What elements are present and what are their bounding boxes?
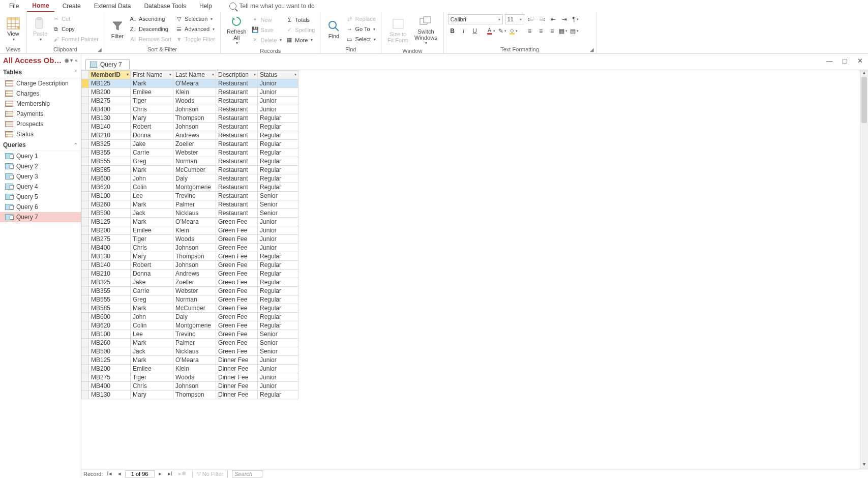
cell[interactable]: Colin <box>131 183 173 192</box>
cell[interactable]: Emilee <box>131 226 173 235</box>
cell[interactable]: Nicklaus <box>173 209 216 218</box>
cell[interactable]: Palmer <box>173 339 216 347</box>
cell[interactable]: Lee <box>131 330 173 339</box>
column-dropdown-icon[interactable]: ▾ <box>169 72 171 77</box>
cell[interactable]: Mark <box>131 166 173 174</box>
textformat-dialog-launcher[interactable]: ◢ <box>590 47 594 52</box>
save-button[interactable]: 💾Save <box>252 25 282 35</box>
cell[interactable]: Junior <box>258 244 298 252</box>
cell[interactable]: Tiger <box>131 373 173 382</box>
cell[interactable]: Regular <box>258 114 298 123</box>
cell[interactable]: Zoeller <box>173 278 216 287</box>
cell[interactable]: MB400 <box>89 244 131 252</box>
cell[interactable]: Regular <box>258 261 298 270</box>
cell[interactable]: Montgomerie <box>173 183 216 192</box>
cell[interactable]: Restaurant <box>216 131 258 140</box>
cell[interactable]: MB100 <box>89 330 131 339</box>
cell[interactable]: Zoeller <box>173 140 216 148</box>
cell[interactable]: Green Fee <box>216 235 258 244</box>
cell[interactable]: Junior <box>258 105 298 114</box>
nav-next-button[interactable]: ▸ <box>157 470 164 477</box>
cell[interactable]: Woods <box>173 373 216 382</box>
ascending-button[interactable]: A↓Ascending <box>130 14 171 23</box>
nav-item-payments[interactable]: Payments <box>0 109 81 119</box>
table-row[interactable]: MB275TigerWoodsDinner FeeJunior <box>82 373 298 382</box>
cell[interactable]: Jake <box>131 278 173 287</box>
cell[interactable]: Carrie <box>131 148 173 157</box>
row-selector[interactable] <box>82 97 89 105</box>
row-selector[interactable] <box>82 235 89 244</box>
cell[interactable]: Chris <box>131 105 173 114</box>
cell[interactable]: MB125 <box>89 79 131 88</box>
table-row[interactable]: MB100LeeTrevinoGreen FeeSenior <box>82 330 298 339</box>
cell[interactable]: MB140 <box>89 261 131 270</box>
cell[interactable]: McCumber <box>173 166 216 174</box>
cell[interactable]: Regular <box>258 123 298 131</box>
cell[interactable]: O'Meara <box>173 79 216 88</box>
row-selector[interactable] <box>82 304 89 313</box>
cell[interactable]: Restaurant <box>216 200 258 209</box>
cell[interactable]: MB555 <box>89 295 131 304</box>
select-button[interactable]: ▭Select <box>346 35 376 44</box>
nav-item-status[interactable]: Status <box>0 129 81 139</box>
cell[interactable]: Trevino <box>173 330 216 339</box>
gridlines-button[interactable]: ▦ <box>559 26 568 36</box>
column-header-last-name[interactable]: Last Name▾ <box>173 71 216 79</box>
cell[interactable]: Green Fee <box>216 347 258 356</box>
nav-item-query-6[interactable]: Query 6 <box>0 202 81 212</box>
text-direction-button[interactable]: ¶ <box>571 15 580 24</box>
row-selector[interactable] <box>82 148 89 157</box>
table-row[interactable]: MB600JohnDalyRestaurantRegular <box>82 174 298 183</box>
cell[interactable]: Daly <box>173 174 216 183</box>
cell[interactable]: Restaurant <box>216 192 258 200</box>
cell[interactable]: Regular <box>258 252 298 261</box>
cell[interactable]: Nicklaus <box>173 347 216 356</box>
size-to-fit-button[interactable]: Size to Fit Form <box>384 13 411 46</box>
row-selector[interactable] <box>82 200 89 209</box>
nav-item-query-7[interactable]: Query 7 <box>0 212 81 222</box>
remove-sort-button[interactable]: A⃠Remove Sort <box>130 35 171 44</box>
cell[interactable]: Restaurant <box>216 105 258 114</box>
scroll-up-icon[interactable]: ▲ <box>860 70 868 77</box>
more-button[interactable]: ▦More <box>286 36 315 45</box>
cell[interactable]: Green Fee <box>216 261 258 270</box>
cell[interactable]: MB555 <box>89 157 131 166</box>
column-header-description[interactable]: Description▾ <box>216 71 258 79</box>
nav-collapse-icon[interactable]: « <box>75 57 78 63</box>
nav-item-membership[interactable]: Membership <box>0 99 81 109</box>
row-selector[interactable] <box>82 356 89 365</box>
totals-button[interactable]: ΣTotals <box>286 15 315 24</box>
cell[interactable]: Junior <box>258 88 298 97</box>
cell[interactable]: Chris <box>131 244 173 252</box>
datasheet[interactable]: MemberID▾First Name▾Last Name▾Descriptio… <box>81 70 868 469</box>
cell[interactable]: Andrews <box>173 270 216 278</box>
cell[interactable]: Senior <box>258 192 298 200</box>
table-row[interactable]: MB210DonnaAndrewsRestaurantRegular <box>82 131 298 140</box>
cell[interactable]: Restaurant <box>216 79 258 88</box>
cell[interactable]: Regular <box>258 183 298 192</box>
row-selector[interactable] <box>82 79 89 88</box>
cell[interactable]: McCumber <box>173 304 216 313</box>
table-row[interactable]: MB620ColinMontgomerieRestaurantRegular <box>82 183 298 192</box>
cell[interactable]: MB400 <box>89 105 131 114</box>
cell[interactable]: Junior <box>258 97 298 105</box>
record-position-input[interactable] <box>125 470 155 477</box>
cell[interactable]: MB620 <box>89 183 131 192</box>
cell[interactable]: Restaurant <box>216 123 258 131</box>
menu-tab-create[interactable]: Create <box>57 1 86 12</box>
cell[interactable]: Regular <box>258 313 298 321</box>
cell[interactable]: MB200 <box>89 365 131 373</box>
font-size-select[interactable]: 11▾ <box>505 14 524 24</box>
cell[interactable]: Senior <box>258 209 298 218</box>
row-selector[interactable] <box>82 261 89 270</box>
cell[interactable]: Palmer <box>173 200 216 209</box>
row-selector[interactable] <box>82 218 89 226</box>
cell[interactable]: Restaurant <box>216 209 258 218</box>
table-row[interactable]: MB620ColinMontgomerieGreen FeeRegular <box>82 321 298 330</box>
row-selector[interactable] <box>82 209 89 218</box>
cell[interactable]: Restaurant <box>216 97 258 105</box>
bullets-button[interactable]: ≔ <box>526 15 535 24</box>
switch-windows-button[interactable]: Switch Windows <box>411 13 440 46</box>
cell[interactable]: Junior <box>258 382 298 391</box>
table-row[interactable]: MB600JohnDalyGreen FeeRegular <box>82 313 298 321</box>
